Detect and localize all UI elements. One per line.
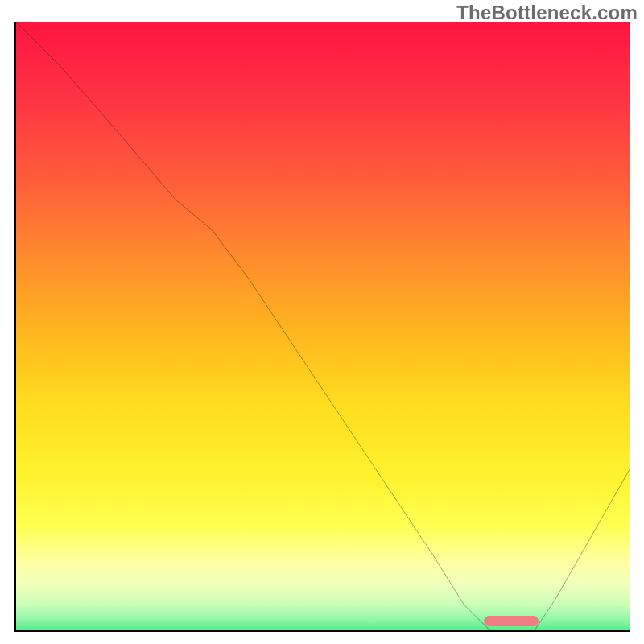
- watermark-text: TheBottleneck.com: [456, 2, 638, 24]
- optimal-marker: [484, 616, 539, 626]
- bottleneck-curve: [16, 22, 630, 632]
- chart-stage: TheBottleneck.com: [0, 0, 644, 644]
- plot-area: [14, 22, 630, 632]
